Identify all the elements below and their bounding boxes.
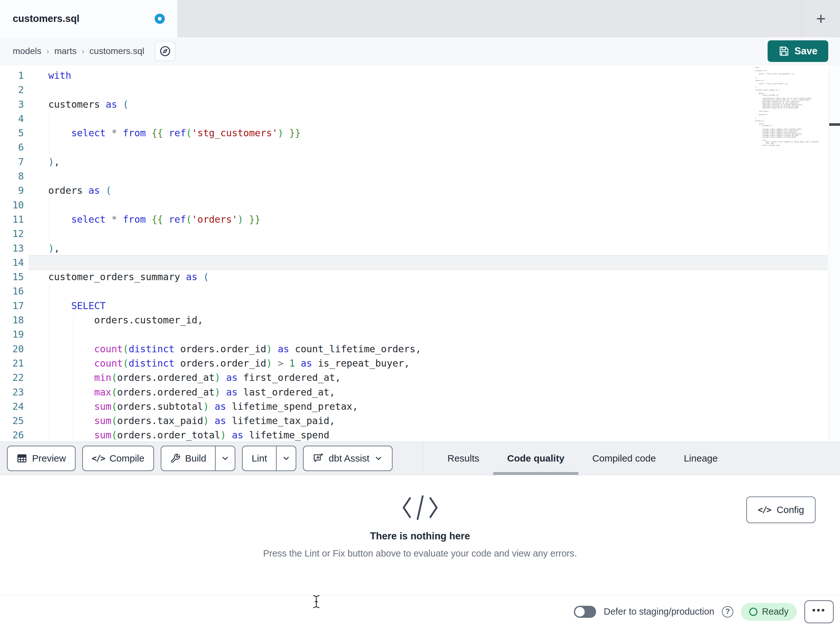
code-line-2[interactable]	[48, 82, 828, 97]
code-line-21[interactable]: count(distinct orders.order_id) > 1 as i…	[48, 356, 828, 370]
status-badge: Ready	[741, 603, 797, 621]
code-brackets-icon	[0, 493, 840, 522]
line-number: 3	[0, 97, 24, 111]
breadcrumb-separator-icon: ›	[77, 46, 90, 56]
build-dropdown-button[interactable]	[215, 446, 235, 470]
breadcrumb-item-file: customers.sql	[90, 46, 145, 56]
editor-scrollbar-track[interactable]	[829, 65, 840, 441]
code-line-22[interactable]: min(orders.ordered_at) as first_ordered_…	[48, 370, 828, 385]
code-line-14[interactable]	[48, 255, 828, 270]
defer-toggle[interactable]	[574, 606, 596, 618]
editor-scrollbar-thumb[interactable]	[829, 123, 840, 126]
status-bar-controls: Defer to staging/production ? Ready •••	[574, 595, 834, 628]
build-button[interactable]: Build	[161, 446, 215, 470]
code-line-10[interactable]	[48, 198, 828, 212]
code-line-24[interactable]: sum(orders.subtotal) as lifetime_spend_p…	[48, 399, 828, 414]
tab-results[interactable]: Results	[434, 442, 493, 475]
line-number: 26	[0, 428, 24, 441]
lint-split-button[interactable]: Lint	[242, 446, 296, 471]
line-number: 23	[0, 385, 24, 399]
save-button-label: Save	[794, 46, 818, 57]
line-number-gutter: 1234567891011121314151617181920212223242…	[0, 68, 24, 441]
code-line-3[interactable]: customers as (	[48, 97, 828, 111]
build-button-label: Build	[185, 453, 207, 464]
code-line-6[interactable]	[48, 140, 828, 154]
line-number: 5	[0, 126, 24, 140]
code-line-8[interactable]	[48, 169, 828, 183]
code-line-13[interactable]: ),	[48, 241, 828, 255]
preview-button-label: Preview	[32, 453, 66, 464]
code-line-4[interactable]	[48, 111, 828, 126]
line-number: 1	[0, 68, 24, 82]
code-brackets-icon: </>	[92, 454, 105, 463]
dbt-assist-button[interactable]: dbt Assist	[303, 446, 393, 471]
code-line-20[interactable]: count(distinct orders.order_id) as count…	[48, 342, 828, 356]
breadcrumb-row: models › marts › customers.sql	[0, 37, 840, 65]
code-line-26[interactable]: sum(orders.order_total) as lifetime_spen…	[48, 428, 828, 441]
tab-code-quality[interactable]: Code quality	[493, 442, 578, 475]
line-number: 2	[0, 82, 24, 97]
navigate-button[interactable]	[155, 41, 175, 61]
code-line-15[interactable]: customer_orders_summary as (	[48, 270, 828, 284]
code-editor[interactable]: 1234567891011121314151617181920212223242…	[0, 65, 840, 441]
code-line-7[interactable]: ),	[48, 155, 828, 169]
code-line-17[interactable]: SELECT	[48, 299, 828, 313]
line-number: 11	[0, 212, 24, 226]
lint-dropdown-button[interactable]	[276, 446, 296, 470]
code-brackets-icon: </>	[758, 505, 771, 515]
lint-button[interactable]: Lint	[243, 446, 276, 470]
minimap-code: with customers as ( select * from {{ ref…	[755, 67, 827, 147]
defer-label: Defer to staging/production	[604, 606, 714, 617]
breadcrumb-separator-icon: ›	[41, 46, 54, 56]
empty-state-subtitle: Press the Lint or Fix button above to ev…	[0, 548, 840, 559]
code-line-25[interactable]: sum(orders.tax_paid) as lifetime_tax_pai…	[48, 414, 828, 428]
line-number: 15	[0, 270, 24, 284]
build-split-button[interactable]: Build	[161, 446, 236, 471]
tab-bar-separator	[802, 0, 802, 37]
tab-compiled-code[interactable]: Compiled code	[578, 442, 670, 475]
tab-lineage[interactable]: Lineage	[670, 442, 732, 475]
line-number: 19	[0, 327, 24, 342]
toggle-knob-icon	[575, 607, 585, 617]
indent-guide	[73, 327, 74, 342]
code-line-1[interactable]: with	[48, 68, 828, 82]
editor-tab-bar: customers.sql +	[0, 0, 840, 37]
ellipsis-icon: •••	[812, 606, 826, 615]
code-line-19[interactable]	[48, 327, 828, 342]
line-number: 25	[0, 414, 24, 428]
line-number: 16	[0, 284, 24, 298]
line-number: 17	[0, 299, 24, 313]
status-badge-label: Ready	[762, 606, 789, 617]
tab-customers-sql[interactable]: customers.sql	[0, 0, 178, 37]
code-content[interactable]: withcustomers as ( select * from {{ ref(…	[48, 68, 828, 441]
code-quality-panel: There is nothing here Press the Lint or …	[0, 475, 840, 595]
dbt-assist-button-label: dbt Assist	[329, 453, 369, 464]
lint-button-label: Lint	[251, 453, 267, 464]
overflow-menu-button[interactable]: •••	[804, 600, 834, 623]
code-line-16[interactable]	[48, 284, 828, 298]
config-button[interactable]: </> Config	[746, 497, 816, 523]
new-tab-button[interactable]: +	[809, 7, 833, 30]
chevron-down-icon	[374, 454, 383, 463]
code-line-11[interactable]: select * from {{ ref('orders') }}	[48, 212, 828, 226]
save-icon	[778, 46, 789, 57]
code-line-18[interactable]: orders.customer_id,	[48, 313, 828, 327]
chevron-down-icon	[221, 454, 230, 463]
help-icon[interactable]: ?	[722, 606, 733, 617]
minimap[interactable]: with customers as ( select * from {{ ref…	[755, 67, 827, 147]
dbt-ide-window: customers.sql + models › marts › custome…	[0, 0, 840, 628]
preview-button[interactable]: Preview	[7, 446, 76, 471]
code-line-9[interactable]: orders as (	[48, 183, 828, 198]
compile-button[interactable]: </> Compile	[82, 446, 154, 471]
code-line-12[interactable]	[48, 226, 828, 241]
code-line-5[interactable]: select * from {{ ref('stg_customers') }}	[48, 126, 828, 140]
toolbar-divider	[423, 442, 423, 475]
line-number: 8	[0, 169, 24, 183]
result-panel-tabs: Results Code quality Compiled code Linea…	[434, 442, 732, 475]
editor-toolbar: Preview </> Compile Build	[0, 441, 840, 475]
breadcrumb-item-marts: marts	[54, 46, 77, 56]
code-line-23[interactable]: max(orders.ordered_at) as last_ordered_a…	[48, 385, 828, 399]
breadcrumb-item-models: models	[13, 46, 41, 56]
line-number: 22	[0, 370, 24, 385]
save-button[interactable]: Save	[767, 40, 828, 62]
